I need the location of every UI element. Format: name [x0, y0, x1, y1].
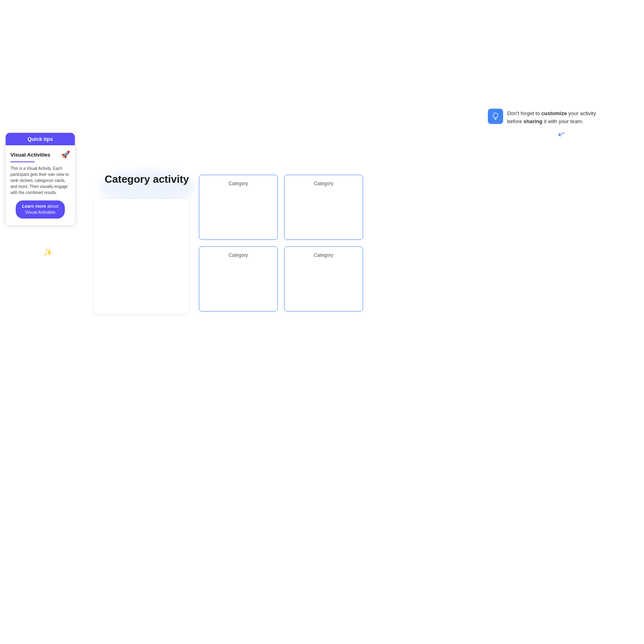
- hint-box: Don't forget to customize your activity …: [488, 109, 601, 125]
- category-label-2: Category: [314, 181, 334, 186]
- category-activity-container: Category activity: [93, 165, 201, 194]
- quick-tips-body: Visual Activities 🚀 This is a Visual Act…: [6, 145, 75, 225]
- learn-more-area: Learn more aboutVisual Activities: [10, 200, 70, 220]
- learn-more-button[interactable]: Learn more aboutVisual Activities: [16, 200, 65, 219]
- hint-sharing-bold: sharing: [523, 118, 542, 124]
- hint-text-part3: it with your team.: [542, 118, 583, 124]
- category-card-4: Category: [284, 246, 363, 312]
- hint-customize-bold: customize: [541, 110, 567, 116]
- category-label-4: Category: [314, 252, 334, 258]
- category-card-2: Category: [284, 175, 363, 240]
- quick-tips-header: Quick tips: [6, 133, 75, 145]
- left-empty-card: [93, 199, 189, 314]
- category-card-3: Category: [199, 246, 278, 312]
- rocket-icon: 🚀: [61, 150, 70, 159]
- quick-tips-description: This is a Visual Activity. Each particip…: [10, 165, 70, 196]
- hint-text-part1: Don't forget to: [507, 110, 541, 116]
- quick-tips-title-row: Visual Activities 🚀: [10, 150, 70, 159]
- learn-more-bold: Learn more: [22, 204, 46, 208]
- quick-tips-underline: [10, 161, 35, 162]
- quick-tips-title: Visual Activities: [10, 152, 50, 158]
- hint-arrow: ↙: [556, 128, 567, 140]
- category-label-1: Category: [229, 181, 248, 186]
- category-label-3: Category: [229, 252, 248, 258]
- quick-tips-panel: Quick tips Visual Activities 🚀 This is a…: [6, 133, 75, 225]
- sparkle-decoration: ✨: [43, 248, 52, 257]
- category-grid: Category Category Category Category: [199, 175, 363, 312]
- lightbulb-icon: [488, 109, 503, 124]
- category-activity-title: Category activity: [93, 165, 201, 194]
- category-card-1: Category: [199, 175, 278, 240]
- hint-text: Don't forget to customize your activity …: [507, 109, 601, 125]
